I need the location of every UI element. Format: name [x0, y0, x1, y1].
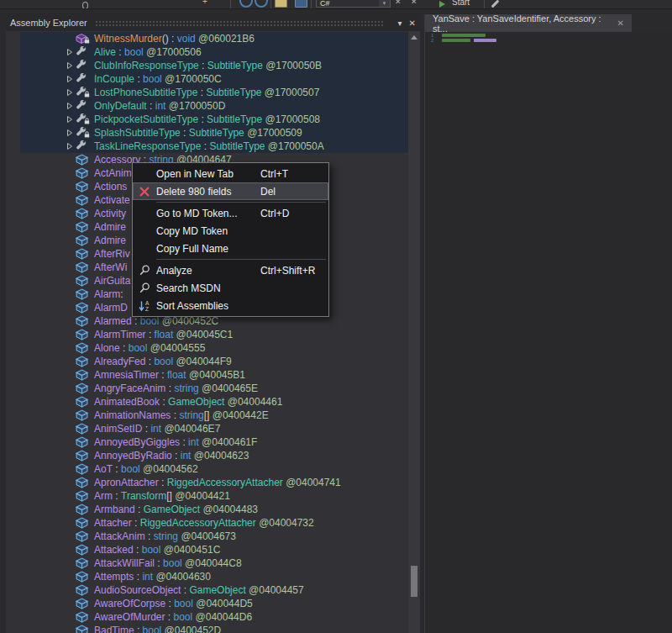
- tree-row-annoyedbygiggles[interactable]: AnnoyedByGiggles : int @0400461F: [20, 435, 408, 449]
- tree-row-alive[interactable]: Alive : bool @17000506: [20, 45, 408, 59]
- start-button-label[interactable]: Start: [452, 0, 470, 7]
- menu-item-delete-980-fields[interactable]: Delete 980 fieldsDel: [133, 182, 328, 200]
- member-type: bool: [140, 315, 160, 327]
- field-icon: [76, 181, 89, 193]
- member-type: GameObject: [168, 396, 224, 408]
- member-colon: :: [132, 517, 140, 529]
- tree-row-attempts[interactable]: Attempts : int @04004630: [20, 570, 408, 583]
- member-colon: :: [134, 625, 143, 633]
- menu-item-label: Open in New Tab: [156, 168, 260, 180]
- tree-row-splashsubtitletype[interactable]: SplashSubtitleType : SubtitleType @17000…: [20, 126, 408, 140]
- member-name: ApronAttacher: [94, 477, 159, 488]
- lock-icon: [84, 88, 90, 100]
- field-icon: [76, 248, 89, 260]
- tree-row-alone[interactable]: Alone : bool @04004555: [20, 341, 408, 355]
- tree-row-attacher[interactable]: Attacher : RiggedAccessoryAttacher @0400…: [20, 516, 408, 530]
- menu-item-search-msdn[interactable]: Search MSDN: [133, 279, 328, 297]
- tree-row-amnesiatimer[interactable]: AmnesiaTimer : float @040045B1: [20, 368, 408, 382]
- tree-row-pickpocketsubtitletype[interactable]: PickpocketSubtitleType : SubtitleType @1…: [20, 113, 408, 126]
- panel-close-icon[interactable]: ✕: [409, 18, 416, 28]
- tree-row-animationnames[interactable]: AnimationNames : string[] @0400442E: [20, 409, 408, 422]
- language-combobox[interactable]: C# ▼: [316, 0, 391, 8]
- field-icon: [76, 504, 89, 515]
- toolbar-separator: [484, 0, 485, 9]
- expander-collapsed-icon[interactable]: [64, 115, 76, 124]
- tree-row-badtime[interactable]: BadTime : bool @0400452D: [20, 624, 408, 633]
- tree-scrollbar[interactable]: [408, 31, 420, 633]
- expander-collapsed-icon[interactable]: [64, 142, 76, 150]
- tree-row-alreadyfed[interactable]: AlreadyFed : bool @040044F9: [20, 355, 408, 368]
- tree-row-animatedbook[interactable]: AnimatedBook : GameObject @04004461: [20, 395, 408, 409]
- member-type: bool: [121, 463, 140, 475]
- member-type: SubtitleType: [189, 127, 244, 139]
- menu-item-open-in-new-tab[interactable]: Open in New TabCtrl+T: [133, 165, 328, 182]
- expander-collapsed-icon[interactable]: [64, 75, 76, 83]
- member-colon: :: [145, 356, 154, 367]
- member-address: @040046E7: [161, 423, 220, 435]
- panel-menu-chevron-down-icon[interactable]: ▾: [398, 18, 402, 28]
- expander-collapsed-icon[interactable]: [64, 48, 76, 56]
- tree-row-angryfaceanim[interactable]: AngryFaceAnim : string @0400465E: [20, 382, 408, 395]
- member-name: AirGuita: [94, 275, 130, 287]
- tree-row-clubinforesponsetype[interactable]: ClubInfoResponseType : SubtitleType @170…: [20, 59, 408, 72]
- wrench-icon[interactable]: [491, 0, 500, 8]
- tab-close-icon[interactable]: ✕: [617, 18, 624, 28]
- tree-row-lostphonesubtitletype[interactable]: LostPhoneSubtitleType : SubtitleType @17…: [20, 86, 408, 99]
- navigate-forward-icon[interactable]: [255, 0, 268, 8]
- tree-row-arm[interactable]: Arm : Transform[] @04004421: [20, 489, 408, 503]
- tree-row-attacked[interactable]: Attacked : bool @0400451C: [20, 543, 408, 557]
- tree-row-annoyedbyradio[interactable]: AnnoyedByRadio : int @04004623: [20, 449, 408, 462]
- tree-row-alarmtimer[interactable]: AlarmTimer : float @040045C1: [20, 328, 408, 341]
- tree-row-apronattacher[interactable]: ApronAttacher : RiggedAccessoryAttacher …: [20, 476, 408, 489]
- tab-yansave[interactable]: YanSave : YanSaveIdentifier, Accessory :…: [425, 14, 632, 32]
- open-file-icon[interactable]: [275, 0, 287, 8]
- scrollbar-thumb[interactable]: [411, 566, 417, 597]
- expander-collapsed-icon[interactable]: [64, 61, 76, 70]
- menu-item-shortcut: Ctrl+T: [260, 168, 288, 180]
- menu-item-analyze[interactable]: AnalyzeCtrl+Shift+R: [133, 261, 328, 279]
- toolbar-button-icon[interactable]: ✕: [411, 0, 417, 6]
- member-type: RiggedAccessoryAttacher: [140, 517, 256, 529]
- navigate-back-icon[interactable]: [239, 0, 253, 8]
- member-colon: :: [120, 342, 129, 354]
- code-editor[interactable]: 12: [425, 32, 672, 633]
- menu-item-copy-full-name[interactable]: Copy Full Name: [133, 240, 328, 257]
- menu-item-copy-md-token[interactable]: Copy MD Token: [133, 222, 328, 240]
- menu-item-label: Analyze: [156, 265, 260, 277]
- expander-collapsed-icon[interactable]: [64, 102, 76, 110]
- tree-row-attackwillfail[interactable]: AttackWillFail : bool @040044C8: [20, 557, 408, 570]
- menu-item-label: Sort Assemblies: [156, 300, 260, 312]
- tree-row-tasklineresponsetype[interactable]: TaskLineResponseType : SubtitleType @170…: [20, 140, 408, 153]
- assembly-tree[interactable]: WitnessMurder() : void @060021B6Alive : …: [6, 31, 408, 633]
- scrollbar-up-arrow-icon[interactable]: [411, 35, 417, 40]
- start-play-icon[interactable]: [439, 1, 445, 8]
- tree-row-awareofmurder[interactable]: AwareOfMurder : bool @040044D6: [20, 610, 408, 624]
- tree-row-aot[interactable]: AoT : bool @04004562: [20, 462, 408, 476]
- panel-drag-texture: [95, 20, 384, 28]
- tree-row-audiosourceobject[interactable]: AudioSourceObject : GameObject @04004457: [20, 583, 408, 597]
- member-name: AttackAnim: [94, 530, 145, 542]
- toolbar-button-icon[interactable]: ✕: [395, 0, 402, 6]
- language-combobox-value: C#: [320, 0, 330, 8]
- tree-row-incouple[interactable]: InCouple : bool @1700050C: [20, 72, 408, 86]
- tree-row-onlydefault[interactable]: OnlyDefault : int @1700050D: [20, 99, 408, 113]
- tree-row-attackanim[interactable]: AttackAnim : string @04004673: [20, 530, 408, 543]
- tree-row-witnessmurder[interactable]: WitnessMurder() : void @060021B6: [20, 32, 408, 45]
- tree-row-animsetid[interactable]: AnimSetID : int @040046E7: [20, 422, 408, 435]
- main-toolbar: + C# ▼ ✕ ✕ Start: [0, 0, 672, 9]
- toolbar-separator: [230, 0, 231, 9]
- menu-item-sort-assemblies[interactable]: AZSort Assemblies: [133, 297, 328, 314]
- tree-row-armband[interactable]: Armband : GameObject @04004483: [20, 503, 408, 516]
- save-icon[interactable]: [295, 0, 307, 8]
- menu-item-go-to-md-token[interactable]: Go to MD Token...Ctrl+D: [133, 204, 328, 222]
- document-tabbar: YanSave : YanSaveIdentifier, Accessory :…: [425, 14, 672, 32]
- property-icon: [76, 73, 89, 85]
- expander-collapsed-icon[interactable]: [64, 88, 76, 97]
- tree-row-awareofcorpse[interactable]: AwareOfCorpse : bool @040044D5: [20, 597, 408, 610]
- property-icon: [76, 60, 89, 71]
- menu-item-label: Search MSDN: [156, 282, 260, 294]
- combobox-dropdown-icon[interactable]: ▼: [379, 0, 390, 7]
- expander-collapsed-icon[interactable]: [64, 129, 76, 137]
- member-colon: :: [171, 409, 179, 421]
- member-name: AwareOfCorpse: [94, 598, 165, 609]
